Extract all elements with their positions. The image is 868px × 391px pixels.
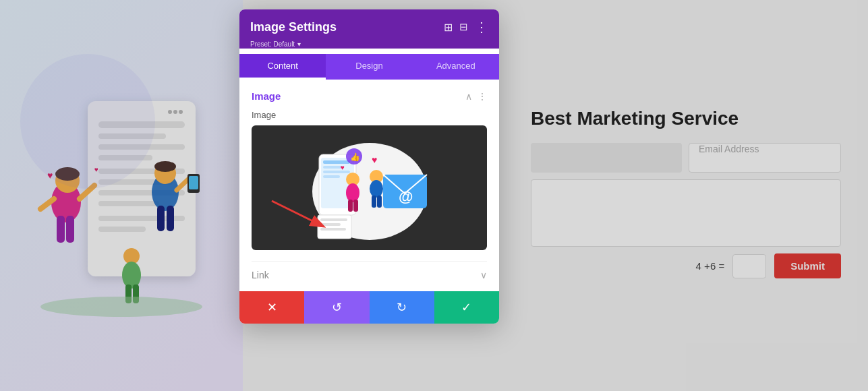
svg-rect-52 <box>353 200 358 212</box>
red-arrow <box>268 198 329 231</box>
svg-text:♥: ♥ <box>372 154 377 165</box>
split-icon[interactable]: ⊟ <box>459 21 468 33</box>
link-label: Link <box>252 270 269 280</box>
image-field-label: Image <box>252 110 487 120</box>
reset-button[interactable]: ↺ <box>304 291 369 324</box>
svg-point-54 <box>370 180 383 198</box>
section-controls: ∧ ⋮ <box>465 91 487 102</box>
link-section: Link ∨ <box>252 261 487 280</box>
tab-advanced[interactable]: Advanced <box>413 54 499 80</box>
svg-text:♥: ♥ <box>341 164 345 171</box>
modal-title: Image Settings <box>250 20 337 34</box>
modal-preset[interactable]: Preset: Default ▾ <box>250 39 488 49</box>
modal-header: Image Settings ⊞ ⊟ ⋮ Preset: Default ▾ <box>239 9 499 49</box>
expand-icon[interactable]: ⊞ <box>444 21 453 34</box>
section-more-icon[interactable]: ⋮ <box>478 91 487 102</box>
svg-rect-41 <box>323 171 350 173</box>
tab-content[interactable]: Content <box>239 54 326 80</box>
modal-header-icons: ⊞ ⊟ ⋮ <box>444 19 488 35</box>
svg-rect-39 <box>323 160 350 164</box>
image-settings-modal: Image Settings ⊞ ⊟ ⋮ Preset: Default ▾ C… <box>239 9 499 324</box>
svg-line-62 <box>272 201 322 226</box>
svg-rect-55 <box>372 196 376 208</box>
collapse-icon[interactable]: ∧ <box>465 91 472 102</box>
svg-rect-51 <box>348 200 353 212</box>
svg-rect-56 <box>377 196 382 208</box>
redo-button[interactable]: ↻ <box>370 291 434 324</box>
modal-footer: ✕ ↺ ↻ ✓ <box>239 291 499 324</box>
image-section-header: Image ∧ ⋮ <box>252 90 487 102</box>
tab-design[interactable]: Design <box>326 54 412 80</box>
link-header[interactable]: Link ∨ <box>252 270 487 280</box>
svg-text:@: @ <box>399 188 413 205</box>
svg-rect-42 <box>323 175 340 178</box>
chevron-down-icon: ∨ <box>480 270 487 280</box>
confirm-button[interactable]: ✓ <box>434 291 499 324</box>
modal-tabs: Content Design Advanced <box>239 54 499 80</box>
modal-title-row: Image Settings ⊞ ⊟ ⋮ <box>250 19 488 35</box>
svg-point-50 <box>346 183 359 202</box>
image-preview[interactable]: @ 👍 ♥ ♥ <box>252 125 487 250</box>
preset-label: Preset: Default <box>250 40 295 48</box>
section-title: Image <box>252 90 281 102</box>
modal-body: Image ∧ ⋮ Image <box>239 80 499 291</box>
cancel-button[interactable]: ✕ <box>239 291 304 324</box>
svg-text:👍: 👍 <box>350 152 360 162</box>
more-options-icon[interactable]: ⋮ <box>475 19 488 35</box>
